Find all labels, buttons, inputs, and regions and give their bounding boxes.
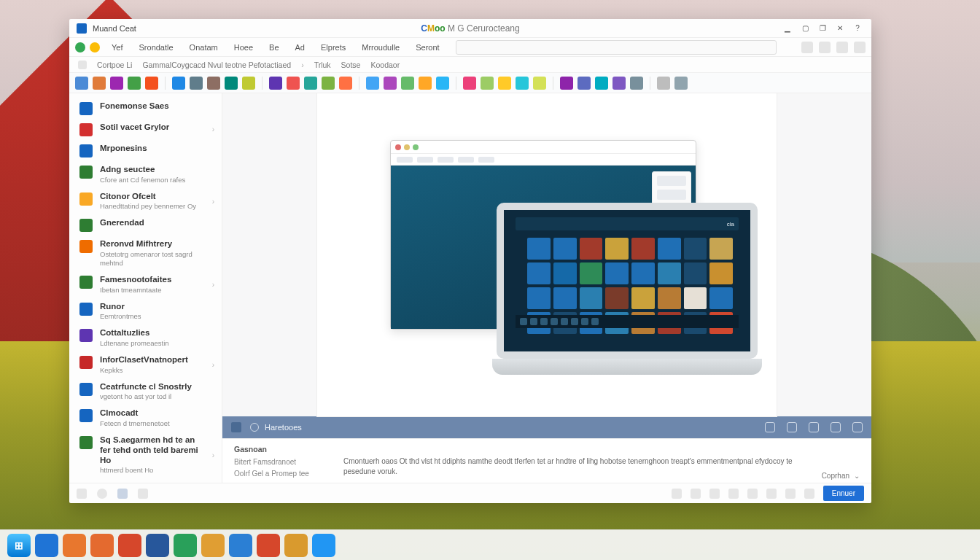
ribbon-tool-icon[interactable] bbox=[190, 77, 203, 90]
sidebar-item[interactable]: Ceatrfuncte cl Snostrlyvgetont ho ast yo… bbox=[69, 378, 222, 405]
ribbon-tool-icon[interactable] bbox=[145, 77, 158, 90]
ribbon-tool-icon[interactable] bbox=[533, 77, 546, 90]
ribbon-tool-icon[interactable] bbox=[287, 77, 300, 90]
taskbar-app-icon[interactable] bbox=[312, 534, 335, 557]
status-icon[interactable] bbox=[117, 489, 128, 499]
ribbon-tool-icon[interactable] bbox=[560, 77, 573, 90]
taskbar-app-icon[interactable] bbox=[63, 534, 86, 557]
status-icon[interactable] bbox=[138, 489, 148, 499]
menu-item[interactable]: Onatam bbox=[182, 41, 225, 54]
layout-icon[interactable] bbox=[801, 42, 813, 53]
ribbon-tool-icon[interactable] bbox=[612, 77, 626, 90]
ribbon-tool-icon[interactable] bbox=[595, 77, 608, 90]
sidebar-item[interactable]: Fonemonse Saes bbox=[69, 98, 222, 119]
menu-item[interactable]: Mrroudulle bbox=[354, 41, 407, 54]
crumb[interactable]: Cortpoe Li bbox=[97, 61, 132, 69]
sidebar-item[interactable]: Sq S.aegarmen hd te an fer tehd onth tel… bbox=[69, 432, 222, 478]
ribbon-tool-icon[interactable] bbox=[110, 77, 123, 90]
history-icon[interactable] bbox=[852, 422, 863, 432]
ribbon-tool-icon[interactable] bbox=[401, 77, 414, 90]
share-icon[interactable] bbox=[765, 422, 775, 432]
ribbon-tool-icon[interactable] bbox=[93, 77, 106, 90]
search-input[interactable] bbox=[456, 40, 777, 55]
sidebar-item[interactable]: Mrponesins bbox=[69, 140, 222, 161]
ribbon-tool-icon[interactable] bbox=[322, 77, 335, 90]
ribbon-tool-icon[interactable] bbox=[339, 77, 352, 90]
panel-icon[interactable] bbox=[836, 42, 848, 53]
taskbar-app-icon[interactable] bbox=[174, 534, 197, 557]
taskbar-app-icon[interactable] bbox=[118, 534, 141, 557]
share-icon[interactable] bbox=[709, 489, 720, 499]
taskbar-app-icon[interactable] bbox=[35, 534, 58, 557]
caption-chevron-icon[interactable]: ⌄ bbox=[854, 472, 860, 480]
ribbon-tool-icon[interactable] bbox=[674, 77, 688, 90]
ribbon-tool-icon[interactable] bbox=[75, 77, 88, 90]
sidebar-item[interactable]: RunorEemtrontmes bbox=[69, 298, 222, 325]
crumb[interactable]: Koodaor bbox=[370, 61, 400, 69]
taskbar-app-icon[interactable] bbox=[229, 534, 252, 557]
ribbon-tool-icon[interactable] bbox=[481, 77, 494, 90]
menu-item[interactable]: Hoee bbox=[227, 41, 260, 54]
taskbar-app-icon[interactable] bbox=[146, 534, 169, 557]
call-icon[interactable] bbox=[787, 422, 797, 432]
sidebar-item[interactable]: Sotil vacet Grylor› bbox=[69, 119, 222, 140]
menu-item[interactable]: Yef bbox=[104, 41, 131, 54]
menu-item[interactable]: Srondatle bbox=[132, 41, 181, 54]
window-help-icon[interactable]: ? bbox=[851, 22, 864, 35]
taskbar-app-icon[interactable] bbox=[284, 534, 308, 557]
person-icon[interactable] bbox=[728, 489, 739, 499]
grid-icon[interactable] bbox=[691, 489, 701, 499]
ribbon-tool-icon[interactable] bbox=[304, 77, 317, 90]
sidebar-item[interactable]: FamesnootofaitesIbetan tmeamntaate› bbox=[69, 271, 222, 298]
taskbar-app-icon[interactable] bbox=[201, 534, 225, 557]
ribbon-tool-icon[interactable] bbox=[207, 77, 220, 90]
window-close-icon[interactable]: ✕ bbox=[833, 22, 847, 35]
upload-icon[interactable] bbox=[831, 422, 841, 432]
ribbon-tool-icon[interactable] bbox=[366, 77, 379, 90]
sidebar-item[interactable]: Reronvd MifhtreryOstetotrg omenaror tost… bbox=[69, 236, 222, 271]
status-search-icon[interactable] bbox=[97, 489, 107, 499]
ribbon-tool-icon[interactable] bbox=[578, 77, 591, 90]
attach-icon[interactable] bbox=[766, 489, 777, 499]
sidebar-item[interactable]: Adng seucteeCfore ant Cd fenemon rafes bbox=[69, 161, 222, 188]
sidebar-item[interactable]: Gnerendad bbox=[69, 214, 222, 236]
ribbon-tool-icon[interactable] bbox=[463, 77, 476, 90]
tag-icon[interactable] bbox=[785, 489, 796, 499]
status-icon[interactable] bbox=[77, 489, 87, 499]
ribbon-tool-icon[interactable] bbox=[436, 77, 449, 90]
primary-action-button[interactable]: Ennuer bbox=[823, 486, 864, 501]
window-max-icon[interactable]: ▢ bbox=[798, 22, 812, 35]
taskbar-app-icon[interactable] bbox=[90, 534, 114, 557]
edit-icon[interactable] bbox=[747, 489, 758, 499]
layout-icon[interactable] bbox=[804, 489, 814, 499]
crumb[interactable]: Trluk bbox=[314, 61, 331, 69]
ribbon-tool-icon[interactable] bbox=[242, 77, 255, 90]
menu-item[interactable]: Seront bbox=[408, 41, 446, 54]
people-icon[interactable] bbox=[672, 489, 682, 499]
ribbon-tool-icon[interactable] bbox=[498, 77, 511, 90]
window-min-icon[interactable]: ▁ bbox=[781, 22, 794, 35]
window-restore-icon[interactable]: ❐ bbox=[816, 22, 829, 35]
ribbon-tool-icon[interactable] bbox=[630, 77, 643, 90]
menu-item[interactable]: Ad bbox=[288, 41, 312, 54]
ribbon-tool-icon[interactable] bbox=[269, 77, 282, 90]
chat-search[interactable]: Haretooes bbox=[250, 423, 302, 432]
ribbon-tool-icon[interactable] bbox=[384, 77, 397, 90]
ribbon-tool-icon[interactable] bbox=[657, 77, 670, 90]
ribbon-tool-icon[interactable] bbox=[419, 77, 432, 90]
taskbar-app-icon[interactable] bbox=[257, 534, 280, 557]
start-button[interactable]: ⊞ bbox=[7, 534, 31, 557]
crumb[interactable]: Sotse bbox=[341, 61, 361, 69]
sidebar-item[interactable]: ClmocadtFetecn d tmernenetoet bbox=[69, 405, 222, 432]
menu-item[interactable]: Be bbox=[262, 41, 286, 54]
sidebar-item[interactable]: CottaltuzliesLdtenane promeaestin bbox=[69, 324, 222, 351]
ribbon-tool-icon[interactable] bbox=[172, 77, 185, 90]
menu-item[interactable]: Elprets bbox=[314, 41, 353, 54]
ribbon-tool-icon[interactable] bbox=[128, 77, 141, 90]
settings-icon[interactable] bbox=[854, 42, 866, 53]
sidebar-item[interactable]: InforClasetVnatnopertKepkks› bbox=[69, 351, 222, 378]
grid-icon[interactable] bbox=[819, 42, 831, 53]
bookmark-icon[interactable] bbox=[809, 422, 819, 432]
sidebar-item[interactable]: Citonor OfceltHanedttatind pey bennemer … bbox=[69, 188, 222, 215]
ribbon-tool-icon[interactable] bbox=[225, 77, 238, 90]
